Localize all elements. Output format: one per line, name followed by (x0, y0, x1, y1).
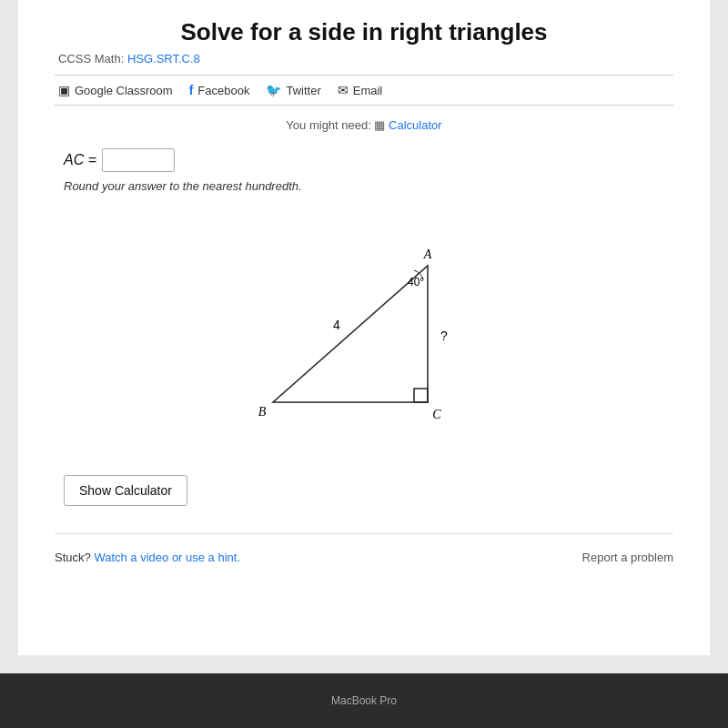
ccss-link[interactable]: HSG.SRT.C.8 (127, 52, 200, 66)
facebook-icon: f (189, 83, 194, 97)
calculator-icon: ▦ (374, 118, 389, 132)
share-facebook[interactable]: f Facebook (189, 83, 250, 97)
google-classroom-icon: ▣ (58, 83, 70, 97)
triangle-diagram: A B C 40° 4 ? (64, 211, 664, 448)
twitter-label: Twitter (286, 84, 320, 97)
round-instruction: Round your answer to the nearest hundred… (64, 179, 664, 193)
angle-label: 40° (408, 276, 424, 288)
taskbar-label: MacBook Pro (331, 694, 397, 707)
answer-label: AC = (64, 152, 96, 168)
share-twitter[interactable]: 🐦 Twitter (266, 83, 320, 97)
bottom-bar: Stuck? Watch a video or use a hint. Repo… (55, 543, 673, 571)
hint-link[interactable]: Watch a video or use a hint. (94, 551, 240, 564)
answer-input[interactable] (102, 148, 175, 172)
vertex-c-label: C (432, 408, 441, 421)
facebook-label: Facebook (197, 84, 249, 97)
calculator-link[interactable]: Calculator (389, 118, 442, 132)
share-bar: ▣ Google Classroom f Facebook 🐦 Twitter … (55, 75, 673, 106)
stuck-text: Stuck? (55, 551, 91, 564)
svg-rect-1 (414, 389, 428, 402)
side-label: 4 (333, 318, 340, 332)
vertex-b-label: B (258, 405, 267, 419)
svg-marker-0 (273, 266, 428, 402)
you-might-need: You might need: ▦ Calculator (55, 118, 673, 132)
show-calculator-button[interactable]: Show Calculator (64, 475, 187, 506)
page-title: Solve for a side in right triangles (55, 18, 673, 46)
stuck-area: Stuck? Watch a video or use a hint. (55, 551, 240, 564)
ccss-row: CCSS Math: HSG.SRT.C.8 (55, 52, 673, 66)
email-label: Email (353, 84, 383, 97)
taskbar: MacBook Pro (0, 673, 728, 728)
share-email[interactable]: ✉ Email (338, 83, 383, 97)
google-classroom-label: Google Classroom (75, 84, 173, 97)
problem-area: AC = Round your answer to the nearest hu… (55, 148, 673, 524)
vertex-a-label: A (423, 248, 432, 261)
ccss-label: CCSS Math: (58, 52, 124, 66)
section-divider (55, 533, 673, 534)
unknown-label: ? (440, 329, 448, 343)
share-google-classroom[interactable]: ▣ Google Classroom (58, 83, 173, 97)
email-icon: ✉ (338, 83, 349, 97)
you-might-need-prefix: You might need: (286, 118, 370, 132)
twitter-icon: 🐦 (266, 83, 281, 97)
answer-row: AC = (64, 148, 664, 172)
report-link[interactable]: Report a problem (582, 551, 673, 564)
